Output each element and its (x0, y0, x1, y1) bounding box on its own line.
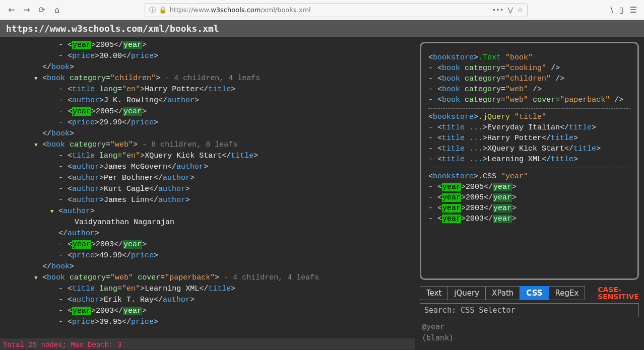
forward-button[interactable]: → (19, 3, 34, 18)
status-bar: Total 25 nodes; Max Depth: 3 (0, 338, 415, 349)
xml-tree-pane: - <year>2005</year> - <price>30.00</pric… (0, 37, 415, 349)
home-button[interactable]: ⌂ (49, 3, 65, 18)
reload-button[interactable]: ⟳ (34, 3, 49, 18)
tree-toggle[interactable]: ▼ <author> (4, 206, 411, 217)
case-sensitive-toggle[interactable]: CASE-SENSITIVE (598, 286, 639, 300)
history-item[interactable]: (blank) (422, 332, 637, 343)
tree-toggle[interactable]: <book category="web" cover="paperback"> … (4, 272, 411, 284)
bookmark-icon[interactable]: ☆ (517, 6, 523, 14)
tree-toggle[interactable]: <book category="children"> - 4 children,… (4, 73, 411, 84)
tab-jquery[interactable]: jQuery (448, 286, 486, 300)
url-text: https://www.w3schools.com/xml/books.xml (170, 6, 311, 14)
search-history[interactable]: @year (blank) (420, 320, 639, 344)
browser-toolbar: ← → ⟳ ⌂ ⓘ 🔒 https://www.w3schools.com/xm… (0, 0, 644, 20)
search-input[interactable]: Search: CSS Selector (420, 303, 639, 317)
results-box: <bookstore>.Text "book" - <book category… (420, 42, 639, 280)
info-icon[interactable]: ⓘ (149, 6, 156, 15)
tree-toggle[interactable]: <book category="web"> - 8 children, 8 le… (4, 139, 411, 151)
xml-tree[interactable]: - <year>2005</year> - <price>30.00</pric… (4, 40, 411, 328)
tab-regex[interactable]: RegEx (549, 286, 586, 300)
tab-text[interactable]: Text (420, 286, 448, 300)
result-section-css: <bookstore>.CSS "year" - <year>2005</yea… (428, 168, 630, 227)
result-section-text: <bookstore>.Text "book" - <book category… (428, 49, 630, 108)
back-button[interactable]: ← (4, 3, 19, 18)
history-item[interactable]: @year (422, 321, 637, 332)
sidebar-icon[interactable]: ▯ (619, 5, 624, 15)
lock-icon: 🔒 (159, 6, 167, 14)
page-title: https://www.w3schools.com/xml/books.xml (0, 20, 644, 37)
menu-icon[interactable]: ☰ (630, 5, 637, 15)
library-icon[interactable]: \ (610, 5, 613, 15)
tab-xpath[interactable]: XPath (486, 286, 520, 300)
pocket-icon[interactable]: ⋁ (507, 6, 513, 14)
result-section-jquery: <bookstore>.jQuery "title" - <title ...>… (428, 108, 630, 168)
tab-css[interactable]: CSS (520, 286, 549, 300)
results-pane: <bookstore>.Text "book" - <book category… (415, 37, 644, 349)
url-bar[interactable]: ⓘ 🔒 https://www.w3schools.com/xml/books.… (145, 3, 528, 17)
more-icon[interactable]: ••• (492, 6, 503, 14)
tab-row: Text jQuery XPath CSS RegEx CASE-SENSITI… (420, 286, 639, 300)
